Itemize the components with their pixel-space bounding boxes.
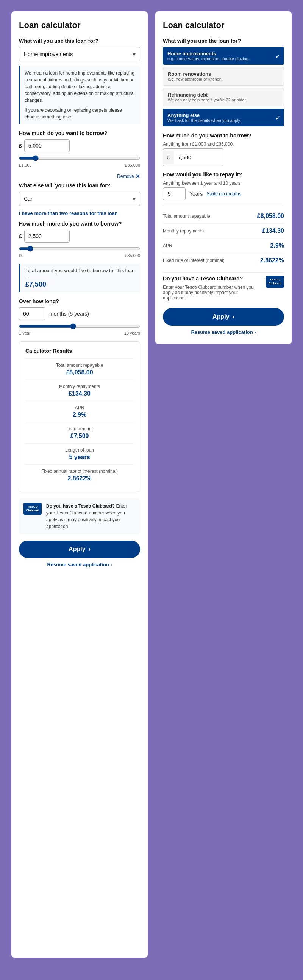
right-clubcard-label: Do you have a Tesco Clubcard? (163, 275, 262, 282)
fixed-rate-label: Fixed annual rate of interest (nominal) (26, 469, 134, 474)
right-resume-label: Resume saved application (191, 329, 253, 335)
fixed-rate-row: Fixed annual rate of interest (nominal) … (26, 465, 134, 486)
clubcard-logo-line2: Clubcard (26, 509, 39, 512)
clubcard-logo: TESCO Clubcard (24, 503, 41, 515)
right-total-repayable-label: Total amount repayable (163, 213, 210, 219)
right-apply-button[interactable]: Apply › (163, 308, 284, 326)
apply-button[interactable]: Apply › (19, 541, 140, 558)
borrow-min-label: £1,000 (19, 163, 32, 167)
right-total-repayable-row: Total amount repayable £8,058.00 (163, 209, 284, 224)
left-card-title: Loan calculator (19, 21, 140, 30)
option-sub-3: We'll ask for the details when you apply… (167, 118, 279, 123)
divider-1 (163, 205, 284, 206)
option-sub-1: e.g. new bathroom or kitchen. (168, 77, 279, 81)
right-pound-prefix: £ (163, 151, 174, 164)
right-clubcard-label-text: Do you have a Tesco Clubcard? Enter your… (163, 275, 262, 302)
right-clubcard-logo-line1: TESCO (270, 278, 280, 282)
right-apr-value: 2.9% (270, 242, 284, 249)
right-resume-saved-application-link[interactable]: Resume saved application › (163, 329, 284, 335)
more-reasons-link[interactable]: I have more than two reasons for this lo… (19, 210, 140, 216)
resume-saved-application-link[interactable]: Resume saved application › (19, 562, 140, 567)
clubcard-section: TESCO Clubcard Do you have a Tesco Clubc… (19, 498, 140, 535)
right-borrow-amount-input[interactable] (174, 151, 223, 164)
total-repayable-value: £8,058.00 (26, 369, 134, 376)
total-box: Total amount you would like to borrow fo… (19, 264, 140, 292)
loan-info-box: We mean a loan for home improvements lik… (19, 66, 140, 124)
more-borrow-section: How much more do you want to borrow? £ £… (19, 221, 140, 258)
more-borrow-label: How much more do you want to borrow? (19, 221, 140, 227)
right-apply-label: Apply (212, 313, 229, 320)
borrow-section: How much do you want to borrow? £ £1,000… (19, 130, 140, 167)
remove-button[interactable]: Remove ✕ (117, 173, 140, 180)
duration-input[interactable] (19, 307, 45, 320)
right-borrow-section: How much do you want to borrow? Anything… (163, 132, 284, 166)
right-borrow-amount-row: £ − + (163, 148, 223, 166)
pound-prefix-2: £ (19, 233, 22, 239)
more-borrow-amount-input[interactable] (24, 230, 70, 243)
borrow-range-slider[interactable] (19, 155, 140, 161)
apply-arrow-icon: › (89, 546, 91, 553)
loan-options-list: Home improvements e.g. conservatory, ext… (163, 47, 284, 126)
checkmark-icon-3: ✓ (275, 114, 280, 121)
remove-bar: Remove ✕ (19, 173, 140, 180)
apr-label: APR (26, 405, 134, 410)
repay-unit: Years (190, 191, 203, 197)
second-purpose-label: What else will you use this loan for? (19, 183, 140, 188)
apr-value: 2.9% (26, 412, 134, 418)
option-sub-2: We can only help here if you're 22 or ol… (168, 98, 279, 102)
monthly-row: Monthly repayments £134.30 (26, 380, 134, 401)
monthly-value: £134.30 (26, 390, 134, 397)
total-label: Total amount you would like to borrow fo… (26, 267, 135, 279)
right-fixed-rate-label: Fixed rate of interest (nominal) (163, 258, 225, 263)
right-total-repayable-value: £8,058.00 (257, 213, 284, 220)
apply-label: Apply (69, 546, 85, 553)
right-fixed-rate-row: Fixed rate of interest (nominal) 2.8622% (163, 253, 284, 267)
loan-option-home-improvements[interactable]: Home improvements e.g. conservatory, ext… (163, 47, 284, 65)
duration-label: Over how long? (19, 298, 140, 304)
second-purpose-select[interactable]: Car (19, 191, 140, 206)
borrow-amount-input[interactable] (24, 139, 70, 152)
close-icon: ✕ (136, 173, 140, 180)
loan-option-anything-else[interactable]: Anything else We'll ask for the details … (163, 109, 284, 126)
option-name-2: Refinancing debt (168, 92, 279, 98)
right-fixed-rate-value: 2.8622% (260, 257, 284, 264)
more-borrow-range-slider[interactable] (19, 246, 140, 252)
right-monthly-row: Monthly repayments £134.30 (163, 224, 284, 239)
repay-years-input[interactable] (163, 188, 186, 200)
right-monthly-value: £134.30 (262, 228, 284, 234)
duration-unit: months (5 years) (49, 311, 89, 317)
loan-option-room-renovations[interactable]: Room renovations e.g. new bathroom or ki… (163, 67, 284, 86)
duration-input-row: months (5 years) (19, 307, 140, 320)
right-clubcard-inner: Do you have a Tesco Clubcard? Enter your… (163, 275, 284, 302)
right-resume-arrow-icon: › (254, 329, 256, 335)
resume-arrow-icon: › (110, 562, 112, 567)
loan-option-refinancing-debt[interactable]: Refinancing debt We can only help here i… (163, 88, 284, 107)
divider-2 (163, 272, 284, 272)
duration-min-label: 1 year (19, 331, 31, 336)
loan-purpose-select[interactable]: Home improvements (19, 47, 140, 61)
loan-length-row: Length of loan 5 years (26, 443, 134, 465)
resume-label: Resume saved application (47, 562, 109, 567)
switch-to-months-link[interactable]: Switch to months (206, 191, 241, 196)
results-title: Calculator Results (26, 348, 134, 354)
loan-length-label: Length of loan (26, 447, 134, 453)
results-section: Calculator Results Total amount repayabl… (19, 341, 140, 492)
duration-range-slider[interactable] (19, 323, 140, 329)
second-purpose-select-wrapper: Car ▾ (19, 191, 140, 206)
right-repay-label: How would you like to repay it? (163, 172, 284, 178)
option-sub-0: e.g. conservatory, extension, double gla… (167, 56, 279, 61)
info-text-1: We mean a loan for home improvements lik… (25, 70, 136, 104)
checkmark-icon-0: ✓ (275, 52, 280, 59)
more-borrow-amount-row: £ (19, 230, 140, 243)
more-borrow-max-label: £35,000 (125, 253, 140, 258)
more-borrow-range-labels: £0 £35,000 (19, 253, 140, 258)
loan-length-value: 5 years (26, 454, 134, 461)
right-monthly-label: Monthly repayments (163, 228, 204, 234)
total-value: £7,500 (26, 280, 135, 288)
clubcard-logo-line1: TESCO (27, 505, 38, 509)
loan-amount-value: £7,500 (26, 433, 134, 439)
right-clubcard-text: Enter your Tesco Clubcard number when yo… (163, 285, 262, 301)
more-borrow-min-label: £0 (19, 253, 24, 258)
loan-purpose-label: What will you use this loan for? (19, 38, 140, 44)
duration-range-labels: 1 year 10 years (19, 331, 140, 336)
